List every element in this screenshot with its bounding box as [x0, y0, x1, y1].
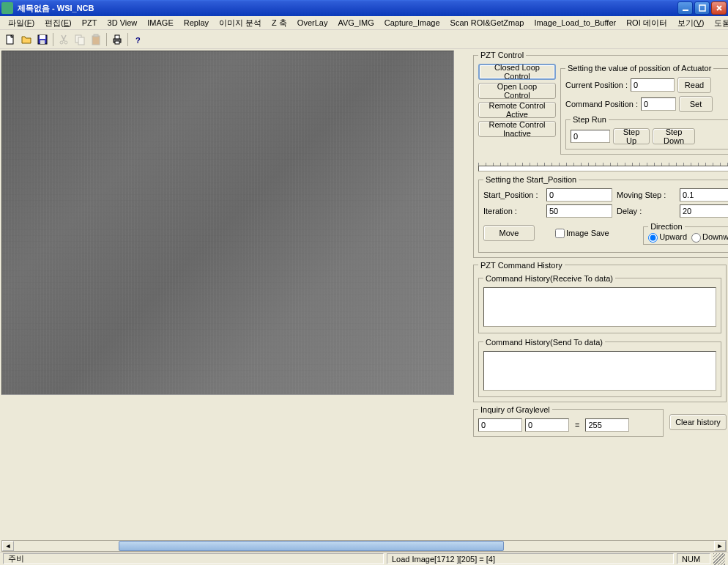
maximize-button[interactable] — [694, 1, 710, 15]
start-position-label: Start_Position : — [483, 191, 542, 199]
svg-rect-11 — [94, 34, 98, 37]
open-icon[interactable] — [19, 32, 34, 47]
direction-legend: Direction — [648, 222, 684, 231]
menu-avgimg[interactable]: AVG_IMG — [333, 18, 379, 28]
actuator-legend: Setting the value of possition of Actuat… — [565, 64, 713, 73]
graylevel-legend: Inquiry of Graylevel — [478, 405, 552, 414]
start-position-group: Setting the Start_Position Start_Positio… — [478, 175, 728, 253]
scroll-left-button[interactable]: ◄ — [2, 541, 14, 551]
menu-file[interactable]: 파일(F) — [3, 17, 40, 29]
svg-rect-13 — [115, 35, 119, 39]
app-icon — [1, 2, 13, 14]
step-up-button[interactable]: Step Up — [613, 128, 650, 144]
menu-help[interactable]: 도움말(H) — [709, 17, 728, 29]
status-bar: 주비 Load Image[1712 ][205] = [4] NUM — [0, 552, 728, 565]
menu-image[interactable]: IMAGE — [142, 18, 178, 28]
current-position-input[interactable] — [631, 78, 675, 92]
menu-view[interactable]: 보기(V) — [672, 17, 710, 29]
closed-loop-button[interactable]: Closed Loop Control — [478, 64, 556, 80]
menu-scanroi[interactable]: Scan ROI&GetZmap — [445, 18, 530, 28]
close-button[interactable] — [711, 1, 727, 15]
image-viewer[interactable] — [1, 51, 454, 395]
print-icon[interactable] — [110, 32, 125, 47]
horizontal-scrollbar[interactable]: ◄ ► — [1, 540, 727, 552]
toolbar-separator — [53, 33, 53, 46]
step-down-button[interactable]: Step Down — [653, 128, 695, 144]
save-icon[interactable] — [35, 32, 50, 47]
iteration-input[interactable] — [546, 204, 612, 218]
graylevel-input-1[interactable] — [478, 418, 522, 432]
menu-overlay[interactable]: OverLay — [292, 18, 333, 28]
image-save-checkbox[interactable] — [555, 229, 565, 238]
menu-pzt[interactable]: PZT — [77, 18, 103, 28]
upward-radio-label[interactable]: Upward — [648, 232, 687, 243]
command-position-input[interactable] — [641, 97, 676, 111]
menu-loadbuffer[interactable]: Image_Load_to_Buffer — [529, 18, 621, 28]
pzt-control-group: PZT Control Closed Loop Control Open Loo… — [473, 51, 728, 258]
send-legend: Command History(Send To data) — [483, 338, 605, 347]
copy-icon[interactable] — [73, 32, 87, 47]
equals-label: = — [572, 421, 582, 429]
svg-text:?: ? — [135, 36, 141, 45]
read-button[interactable]: Read — [677, 77, 711, 93]
receive-history-group: Command History(Receive To data) — [478, 274, 721, 333]
step-run-legend: Step Run — [571, 115, 609, 124]
moving-step-input[interactable] — [680, 188, 728, 202]
svg-rect-10 — [92, 36, 100, 45]
remote-active-button[interactable]: Remote Control Active — [478, 102, 556, 118]
current-pos-label: Current Position : — [565, 81, 628, 89]
move-button[interactable]: Move — [483, 225, 535, 241]
toolbar: ? — [0, 30, 728, 49]
image-save-checkbox-label[interactable]: Image Save — [555, 229, 609, 239]
menu-edit[interactable]: 편집(E) — [40, 17, 77, 29]
delay-input[interactable] — [680, 204, 728, 218]
open-loop-button[interactable]: Open Loop Control — [478, 83, 556, 99]
menu-3dview[interactable]: 3D View — [103, 18, 143, 28]
pzt-legend: PZT Control — [478, 51, 526, 59]
graylevel-group: Inquiry of Graylevel = — [473, 405, 664, 437]
graylevel-input-2[interactable] — [525, 418, 569, 432]
svg-rect-9 — [78, 37, 84, 45]
minimize-button[interactable] — [677, 1, 693, 15]
command-pos-label: Command Position : — [565, 100, 638, 108]
cut-icon[interactable] — [56, 32, 71, 47]
direction-group: Direction Upward Downward — [643, 222, 728, 245]
actuator-group: Setting the value of possition of Actuat… — [560, 64, 728, 155]
menu-capture[interactable]: Capture_Image — [379, 18, 445, 28]
resize-grip-icon[interactable] — [713, 553, 725, 565]
svg-rect-0 — [683, 10, 688, 11]
downward-radio[interactable] — [691, 233, 701, 243]
send-history-textarea[interactable] — [483, 351, 716, 391]
svg-point-7 — [64, 41, 67, 44]
receive-legend: Command History(Receive To data) — [483, 274, 615, 283]
receive-history-textarea[interactable] — [483, 287, 716, 327]
svg-rect-5 — [40, 40, 45, 44]
remote-inactive-button[interactable]: Remote Control Inactive — [478, 121, 556, 137]
delay-label: Delay : — [617, 207, 675, 215]
command-history-group: PZT Command History Command History(Rece… — [473, 261, 727, 402]
graylevel-result-input[interactable] — [585, 418, 629, 432]
scroll-thumb[interactable] — [119, 541, 504, 551]
upward-radio[interactable] — [648, 233, 658, 243]
menu-roidata[interactable]: ROI 데이터 — [621, 17, 672, 29]
clear-history-button[interactable]: Clear history — [669, 414, 727, 430]
toolbar-separator — [106, 33, 107, 46]
iteration-label: Iteration : — [483, 207, 542, 215]
window-title: 제목없음 - WSI_NCB — [16, 3, 677, 14]
scroll-right-button[interactable]: ► — [714, 541, 726, 551]
new-icon[interactable] — [3, 32, 18, 47]
step-run-input[interactable] — [571, 130, 610, 143]
menu-image-analysis[interactable]: 이미지 분석 — [214, 17, 267, 29]
menubar: 파일(F) 편집(E) PZT 3D View IMAGE Replay 이미지… — [0, 16, 728, 30]
scroll-track[interactable] — [14, 541, 714, 551]
start-position-input[interactable] — [546, 188, 612, 202]
help-icon[interactable]: ? — [131, 32, 146, 47]
downward-radio-label[interactable]: Downward — [691, 232, 728, 243]
paste-icon[interactable] — [89, 32, 103, 47]
menu-replay[interactable]: Replay — [179, 18, 214, 28]
position-slider[interactable] — [478, 158, 728, 172]
set-button[interactable]: Set — [679, 96, 713, 112]
svg-point-6 — [60, 41, 63, 44]
menu-zaxis[interactable]: Z 축 — [267, 17, 292, 29]
history-legend: PZT Command History — [478, 261, 565, 270]
